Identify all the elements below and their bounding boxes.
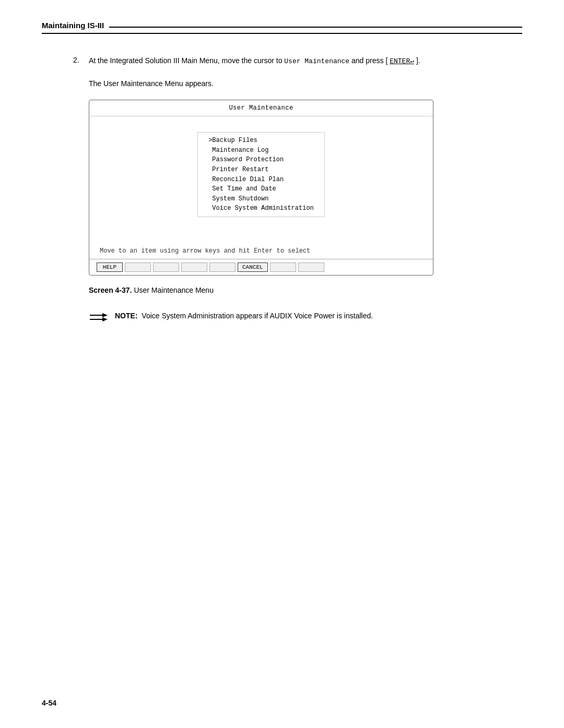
menu-item-7[interactable]: Voice System Administration xyxy=(208,204,314,213)
terminal-status-text: Move to an item using arrow keys and hit… xyxy=(89,243,433,259)
content-section: 2. At the Integrated Solution III Main M… xyxy=(42,55,522,326)
step-text-before: At the Integrated Solution III Main Menu… xyxy=(89,56,284,65)
step-code1: User Maintenance xyxy=(284,57,349,65)
svg-marker-3 xyxy=(102,317,108,321)
func-key-f2 xyxy=(125,262,151,272)
menu-item-0[interactable]: >Backup Files xyxy=(208,136,314,146)
enter-key-label: ENTER↵ xyxy=(390,57,414,65)
page-container: Maintaining IS-III 2. At the Integrated … xyxy=(0,0,564,728)
note-text-content: Voice System Administration appears if A… xyxy=(142,312,373,320)
header-divider xyxy=(109,27,522,28)
screen-caption-bold: Screen 4-37. xyxy=(89,286,132,294)
note-label: NOTE: xyxy=(115,312,138,320)
svg-marker-1 xyxy=(102,313,108,317)
step-text: At the Integrated Solution III Main Menu… xyxy=(89,55,420,67)
terminal-screen: User Maintenance >Backup Files Maintenan… xyxy=(89,100,433,276)
note-content: NOTE: Voice System Administration appear… xyxy=(115,310,373,321)
terminal-menu: >Backup Files Maintenance Log Password P… xyxy=(197,132,325,217)
func-key-help[interactable]: HELP xyxy=(97,262,123,272)
step-2: 2. At the Integrated Solution III Main M… xyxy=(73,55,522,67)
page-header: Maintaining IS-III xyxy=(42,21,522,34)
terminal-content-area: >Backup Files Maintenance Log Password P… xyxy=(89,116,433,233)
menu-item-1[interactable]: Maintenance Log xyxy=(208,146,314,156)
func-key-f4 xyxy=(181,262,207,272)
menu-item-3[interactable]: Printer Restart xyxy=(208,165,314,175)
page-number: 4-54 xyxy=(42,699,56,707)
func-key-f3 xyxy=(153,262,179,272)
func-key-f8 xyxy=(298,262,324,272)
screen-caption-text: User Maintenance Menu xyxy=(132,286,214,294)
func-key-f5 xyxy=(209,262,236,272)
menu-item-2[interactable]: Password Protection xyxy=(208,155,314,165)
page-footer: 4-54 xyxy=(42,699,56,707)
step-number: 2. xyxy=(73,55,89,67)
step-text-after: ]. xyxy=(414,56,420,65)
menu-item-4[interactable]: Reconcile Dial Plan xyxy=(208,175,314,185)
terminal-menu-wrapper: >Backup Files Maintenance Log Password P… xyxy=(100,122,422,222)
terminal-title: User Maintenance xyxy=(89,100,433,116)
header-title: Maintaining IS-III xyxy=(42,21,104,30)
step-text-middle: and press [ xyxy=(349,56,390,65)
menu-item-5[interactable]: Set Time and Date xyxy=(208,184,314,194)
note-section: NOTE: Voice System Administration appear… xyxy=(73,310,522,326)
terminal-function-bar: HELP CANCEL xyxy=(89,259,433,275)
continuation-text: The User Maintenance Menu appears. xyxy=(73,78,522,89)
func-key-cancel[interactable]: CANCEL xyxy=(238,262,268,272)
note-icon xyxy=(89,311,110,326)
screen-caption: Screen 4-37. User Maintenance Menu xyxy=(73,286,522,294)
menu-item-6[interactable]: System Shutdown xyxy=(208,194,314,204)
func-key-f7 xyxy=(270,262,296,272)
